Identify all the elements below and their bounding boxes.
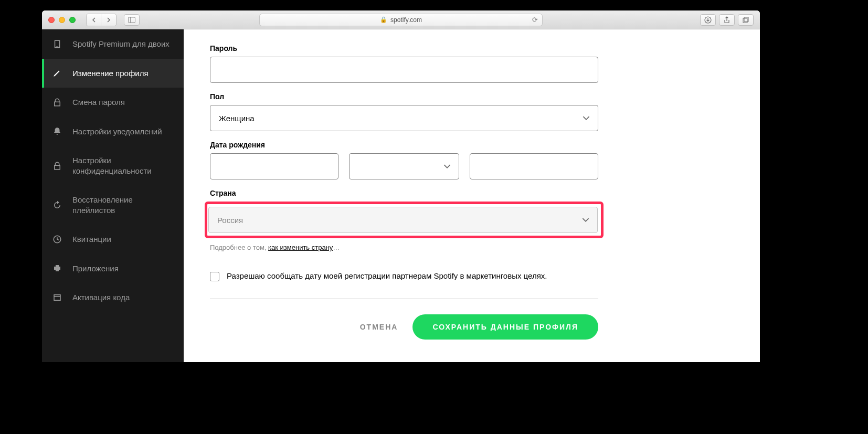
svg-rect-0 <box>128 17 135 22</box>
marketing-consent-label: Разрешаю сообщать дату моей регистрации … <box>227 271 547 280</box>
close-window-button[interactable] <box>48 17 55 23</box>
page-body: Spotify Premium для двоих Изменение проф… <box>42 29 760 362</box>
bell-icon <box>52 126 62 136</box>
sidebar-item-privacy[interactable]: Настройки конфиденциальности <box>42 146 184 185</box>
gender-select[interactable] <box>210 105 598 131</box>
lock-icon <box>52 161 62 171</box>
minimize-window-button[interactable] <box>59 17 65 23</box>
country-select[interactable] <box>208 207 598 233</box>
sidebar-item-change-password[interactable]: Смена пароля <box>42 88 184 117</box>
change-country-link[interactable]: как изменить страну <box>268 244 333 251</box>
sidebar-toggle-button[interactable] <box>124 14 140 26</box>
dob-month-select[interactable] <box>349 153 460 179</box>
svg-rect-6 <box>54 295 60 301</box>
window-controls <box>48 17 76 23</box>
sidebar-item-receipts[interactable]: Квитанции <box>42 225 184 254</box>
nav-forward-button[interactable] <box>101 14 116 26</box>
card-icon <box>52 293 62 302</box>
nav-back-button[interactable] <box>87 14 101 26</box>
sidebar-item-label: Активация кода <box>72 292 130 303</box>
refresh-icon <box>52 200 62 210</box>
sidebar-item-label: Spotify Premium для двоих <box>72 39 170 49</box>
sidebar-item-label: Восстановление плейлистов <box>72 195 173 215</box>
downloads-button[interactable] <box>700 14 716 26</box>
sidebar-item-label: Настройки конфиденциальности <box>72 155 173 176</box>
dob-label: Дата рождения <box>210 141 598 149</box>
puzzle-icon <box>52 263 62 273</box>
sidebar-item-premium-duo[interactable]: Spotify Premium для двоих <box>42 29 184 59</box>
device-icon <box>52 39 62 49</box>
address-bar[interactable]: 🔒 spotify.com ⟳ <box>259 14 543 26</box>
dob-year-input[interactable] <box>470 153 598 179</box>
sidebar-item-recover-playlists[interactable]: Восстановление плейлистов <box>42 185 184 225</box>
sidebar-item-edit-profile[interactable]: Изменение профиля <box>42 59 184 88</box>
maximize-window-button[interactable] <box>69 17 76 23</box>
nav-back-forward <box>86 14 117 26</box>
sidebar-item-label: Настройки уведомлений <box>72 126 162 137</box>
reload-button[interactable]: ⟳ <box>532 16 538 24</box>
cancel-button[interactable]: ОТМЕНА <box>360 323 398 331</box>
marketing-consent-checkbox[interactable] <box>210 272 219 281</box>
divider <box>210 298 598 299</box>
share-button[interactable] <box>719 14 735 26</box>
country-highlight-annotation <box>205 202 604 238</box>
url-host: spotify.com <box>390 16 422 24</box>
lock-icon: 🔒 <box>380 16 387 23</box>
sidebar: Spotify Premium для двоих Изменение проф… <box>42 29 184 362</box>
sidebar-item-label: Изменение профиля <box>72 68 149 79</box>
sidebar-item-redeem[interactable]: Активация кода <box>42 283 184 312</box>
svg-rect-4 <box>744 17 748 22</box>
password-input[interactable] <box>210 57 598 83</box>
country-label: Страна <box>210 189 598 197</box>
sidebar-item-apps[interactable]: Приложения <box>42 254 184 283</box>
sidebar-item-label: Смена пароля <box>72 97 125 108</box>
svg-rect-3 <box>743 18 747 23</box>
tabs-overview-button[interactable] <box>738 14 754 26</box>
password-label: Пароль <box>210 44 598 52</box>
gender-label: Пол <box>210 92 598 101</box>
clock-icon <box>52 235 62 244</box>
main-content: Пароль Пол Дата рождения Страна <box>184 29 760 362</box>
pencil-icon <box>52 68 62 78</box>
save-button[interactable]: СОХРАНИТЬ ДАННЫЕ ПРОФИЛЯ <box>412 314 598 340</box>
sidebar-item-label: Квитанции <box>72 234 111 245</box>
lock-icon <box>52 98 62 107</box>
dob-day-input[interactable] <box>210 153 338 179</box>
sidebar-item-notifications[interactable]: Настройки уведомлений <box>42 117 184 146</box>
browser-toolbar: 🔒 spotify.com ⟳ <box>42 10 760 29</box>
sidebar-item-label: Приложения <box>72 263 119 274</box>
browser-window: 🔒 spotify.com ⟳ + Spotify Premium для дв… <box>42 10 760 362</box>
country-hint: Подробнее о том, как изменить страну… <box>210 244 598 251</box>
